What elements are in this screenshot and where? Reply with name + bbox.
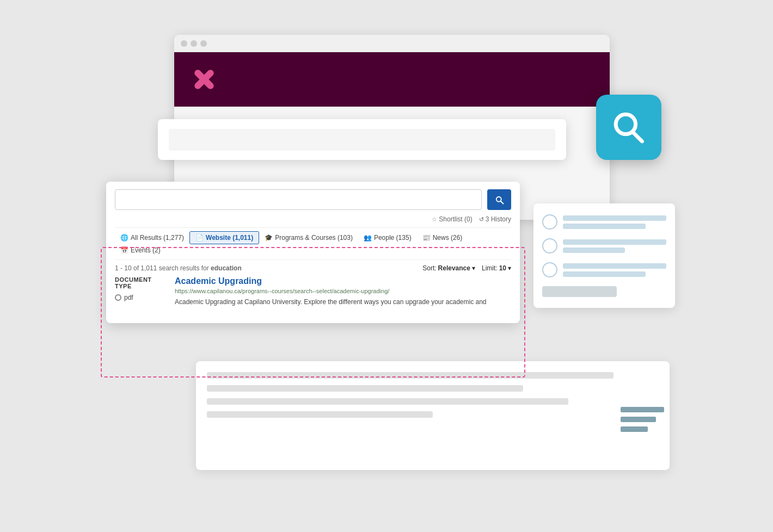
tab-programs[interactable]: 🎓 Programs & Courses (103) [259, 231, 358, 244]
tab-all[interactable]: 🌐 All Results (1,277) [115, 231, 189, 244]
result-item-1: Academic Upgrading https://www.capilanou… [175, 276, 511, 307]
bp-lines [207, 372, 659, 418]
history-icon: ↺ [479, 216, 484, 223]
wireframe-item-1 [542, 214, 666, 230]
star-icon: ☆ [432, 216, 437, 223]
result-desc-1: Academic Upgrading at Capilano Universit… [175, 297, 511, 307]
shortlist-history-bar: ☆ Shortlist (0) ↺ 3 History [115, 214, 511, 227]
tab-people-label: People (135) [374, 234, 412, 242]
search-button[interactable] [487, 189, 511, 210]
wf-lines-3 [563, 263, 666, 277]
bp-line-1 [207, 372, 614, 379]
tab-news[interactable]: 📰 News (26) [417, 231, 468, 244]
bottom-wireframe-panel [196, 361, 670, 470]
results-count-text: 1 - 10 of 1,011 search results for educa… [115, 264, 242, 272]
wf-lines-1 [563, 215, 666, 229]
results-panel: education ☆ Shortlist (0) ↺ 3 History [106, 182, 520, 323]
sort-value: Relevance [438, 264, 470, 272]
shortlist-label: Shortlist (0) [439, 215, 472, 223]
tab-events[interactable]: 📅 Events (2) [115, 244, 166, 256]
site-logo [191, 66, 218, 93]
sidebar-heading: DOCUMENT TYPE [115, 276, 164, 289]
search-bar-inner [169, 129, 555, 151]
doc-icon: 📄 [195, 234, 204, 242]
search-btn-icon [494, 195, 504, 205]
limit-value: 10 [499, 264, 506, 272]
chevron-down-icon: ▾ [472, 264, 475, 272]
sort-label: Sort: [422, 264, 436, 272]
wf-circle-2 [542, 238, 557, 253]
limit-select[interactable]: Limit: 10 ▾ [482, 264, 511, 272]
bp-line-4 [207, 411, 433, 418]
shortlist-link[interactable]: ☆ Shortlist (0) [432, 215, 472, 223]
wf-line-1b [563, 224, 646, 229]
count-prefix: 1 - 10 of 1,011 search results for [115, 264, 209, 272]
people-icon: 👥 [364, 234, 372, 242]
wf-line-3a [563, 263, 666, 269]
browser-titlebar-back [174, 35, 610, 52]
sidebar-filter: DOCUMENT TYPE pdf [115, 276, 164, 307]
tab-programs-label: Programs & Courses (103) [275, 234, 353, 242]
limit-label: Limit: [482, 264, 498, 272]
result-title-1[interactable]: Academic Upgrading [175, 276, 511, 286]
search-icon [610, 108, 648, 146]
results-content: DOCUMENT TYPE pdf Academic Upgrading htt… [106, 276, 520, 307]
search-row: education [115, 189, 511, 210]
wf-circle-1 [542, 214, 557, 230]
traffic-light-red [181, 40, 187, 47]
grad-icon: 🎓 [265, 234, 273, 242]
traffic-light-yellow [191, 40, 197, 47]
wf-lines-2 [563, 239, 666, 253]
search-icon-button[interactable] [596, 95, 661, 160]
deco-line-3 [621, 426, 648, 432]
svg-line-1 [633, 132, 642, 141]
svg-line-3 [501, 201, 504, 204]
filter-pdf-label: pdf [124, 294, 133, 301]
history-label: 3 History [486, 215, 511, 223]
tab-events-label: Events (2) [131, 246, 161, 254]
bp-line-3 [207, 398, 568, 405]
deco-line-1 [621, 407, 664, 412]
tab-news-label: News (26) [433, 234, 463, 242]
tab-website-label: Website (1,011) [206, 234, 253, 242]
bp-line-2 [207, 385, 523, 392]
right-wireframe-panel [533, 203, 675, 308]
traffic-light-green [200, 40, 207, 47]
query-highlight: education [211, 264, 242, 272]
wf-line-1a [563, 215, 666, 221]
search-bar-floating [158, 119, 566, 160]
filter-pdf[interactable]: pdf [115, 294, 164, 301]
history-link[interactable]: ↺ 3 History [479, 215, 511, 223]
results-meta: 1 - 10 of 1,011 search results for educa… [106, 260, 520, 276]
sort-relevance[interactable]: Sort: Relevance ▾ [422, 264, 475, 272]
deco-line-2 [621, 417, 656, 422]
globe-icon: 🌐 [120, 234, 128, 242]
wf-line-2a [563, 239, 666, 245]
wireframe-item-2 [542, 238, 666, 253]
calendar-icon: 📅 [120, 246, 128, 254]
wf-line-3b [563, 271, 646, 277]
news-icon: 📰 [422, 234, 431, 242]
radio-pdf [115, 294, 121, 301]
sort-controls: Sort: Relevance ▾ Limit: 10 ▾ [422, 264, 511, 272]
tab-website[interactable]: 📄 Website (1,011) [189, 231, 259, 244]
tab-people[interactable]: 👥 People (135) [358, 231, 417, 244]
result-url-1: https://www.capilanou.ca/programs--cours… [175, 288, 511, 294]
wireframe-item-3 [542, 262, 666, 277]
wf-footer-bar [542, 286, 617, 297]
filter-tabs: 🌐 All Results (1,277) 📄 Website (1,011) … [115, 227, 511, 260]
tab-all-label: All Results (1,277) [131, 234, 184, 242]
results-top: education ☆ Shortlist (0) ↺ 3 History [106, 182, 520, 260]
search-input[interactable]: education [115, 189, 482, 210]
wf-line-2b [563, 248, 625, 253]
deco-lines [621, 407, 664, 432]
site-header [174, 52, 610, 107]
limit-chevron-icon: ▾ [508, 264, 511, 272]
wf-circle-3 [542, 262, 557, 277]
